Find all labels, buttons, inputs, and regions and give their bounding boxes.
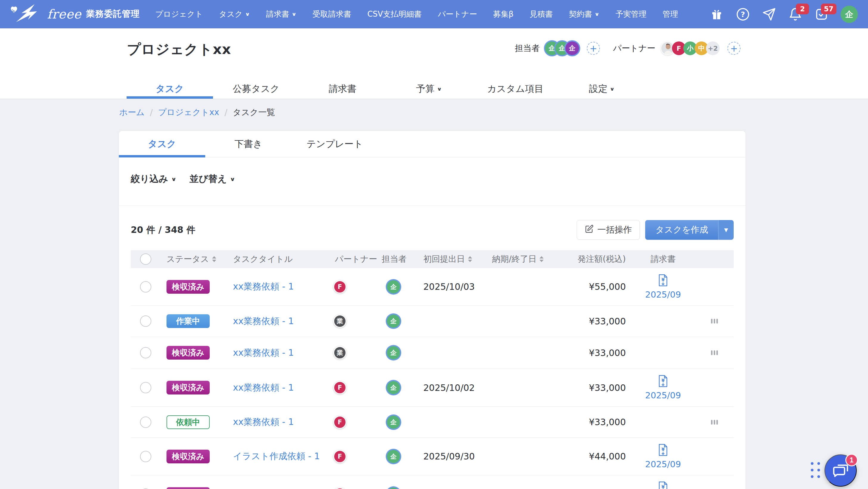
create-task-button[interactable]: タスクを作成 — [645, 220, 718, 240]
chevron-down-icon: ∨ — [594, 11, 599, 17]
drag-handle-dots[interactable] — [811, 462, 820, 478]
bell-notification-badge: 2 — [796, 4, 809, 14]
help-icon[interactable]: ? — [736, 7, 750, 22]
nav-item-contracts[interactable]: 契約書∨ — [569, 9, 599, 19]
page-title: プロジェクトxx — [127, 40, 231, 59]
nav-item-tasks[interactable]: タスク∨ — [219, 9, 250, 19]
breadcrumb-current: タスク一覧 — [232, 107, 275, 118]
breadcrumb-home[interactable]: ホーム — [119, 107, 145, 118]
first-submit-date: 2025/10/03 — [417, 282, 486, 292]
tab-public-tasks[interactable]: 公募タスク — [213, 79, 299, 99]
filter-dropdown[interactable]: 絞り込み∨ — [131, 173, 176, 185]
invoice-yen-icon[interactable]: ¥ — [658, 444, 668, 457]
brand-product: 業務委託管理 — [86, 8, 140, 20]
partner-avatar-stack: F 小 中 +2 — [661, 41, 720, 55]
invoice-yen-icon[interactable]: ¥ — [658, 274, 668, 288]
tab-tasks[interactable]: タスク — [127, 79, 213, 99]
status-badge: 作業中 — [166, 314, 210, 328]
invoice-month-link[interactable]: 2025/09 — [645, 390, 681, 400]
task-title-link[interactable]: xx業務依頼 - 1 — [233, 488, 294, 489]
tab-invoices[interactable]: 請求書 — [299, 79, 386, 99]
header-amount: 発注額(税込) — [566, 254, 632, 265]
assignee-avatar: 企 — [387, 450, 400, 463]
tab-budget[interactable]: 予算∨ — [386, 79, 472, 99]
first-submit-date: 2025/10/02 — [417, 382, 486, 393]
nav-item-quotes[interactable]: 見積書 — [530, 9, 553, 19]
bulk-action-button[interactable]: 一括操作 — [577, 220, 640, 240]
invoice-month-link[interactable]: 2025/09 — [645, 290, 681, 300]
chat-button[interactable]: 1 — [825, 454, 857, 487]
task-title-link[interactable]: xx業務依頼 - 1 — [233, 347, 294, 359]
task-title-link[interactable]: xx業務依頼 - 1 — [233, 416, 294, 428]
add-partner-button[interactable]: + — [727, 42, 741, 55]
table-row: 検収済み xx業務依頼 - 1 F 企 2025/10/03 ¥55,000 ¥… — [131, 268, 734, 306]
table-row: 検収済み xx業務依頼 - 1 F 企 ¥33,000 ¥ 2025/09 — [131, 475, 734, 489]
invoice-yen-icon[interactable]: ¥ — [658, 481, 668, 489]
breadcrumb-project[interactable]: プロジェクトxx — [158, 107, 219, 118]
task-list-card: タスク 下書き テンプレート 絞り込み∨ 並び替え∨ 20 件 / 348 件 … — [119, 131, 746, 489]
nav-item-budget-management[interactable]: 予実管理 — [615, 9, 646, 19]
filter-row: 絞り込み∨ 並び替え∨ — [131, 173, 235, 185]
sort-arrows-icon[interactable] — [539, 256, 544, 262]
gift-icon[interactable] — [710, 7, 724, 22]
more-ellipsis-icon[interactable] — [709, 349, 720, 357]
add-assignee-button[interactable]: + — [587, 42, 600, 55]
header-first-submit[interactable]: 初回提出日 — [417, 254, 486, 265]
assignees-group: 担当者 企 企 企 + — [515, 41, 600, 55]
nav-item-csv-statements[interactable]: CSV支払明細書 — [367, 9, 422, 19]
breadcrumb-separator: / — [150, 108, 153, 117]
brand[interactable]: freee 業務委託管理 — [8, 2, 140, 26]
more-ellipsis-icon[interactable] — [709, 418, 720, 426]
nav-item-partners[interactable]: パートナー — [438, 9, 477, 19]
tasks-check-icon[interactable]: 57 — [814, 7, 829, 22]
row-checkbox[interactable] — [140, 451, 151, 462]
nav-item-received-invoices[interactable]: 受取請求書 — [312, 9, 351, 19]
header-due[interactable]: 納期/終了日 — [486, 254, 566, 265]
tab-drafts[interactable]: 下書き — [205, 131, 291, 157]
user-avatar[interactable]: 企 — [841, 6, 858, 23]
row-checkbox[interactable] — [140, 281, 151, 292]
bell-icon[interactable]: 2 — [788, 7, 803, 22]
select-all-checkbox[interactable] — [140, 254, 151, 265]
tab-custom-fields[interactable]: カスタム項目 — [472, 79, 559, 99]
more-ellipsis-icon[interactable] — [709, 317, 720, 325]
status-badge: 検収済み — [166, 487, 210, 489]
nav-item-projects[interactable]: プロジェクト — [155, 9, 203, 19]
row-checkbox[interactable] — [140, 416, 151, 428]
invoice-yen-icon[interactable]: ¥ — [658, 375, 668, 389]
tab-templates[interactable]: テンプレート — [291, 131, 378, 157]
sort-arrows-icon[interactable] — [468, 256, 472, 262]
row-checkbox[interactable] — [140, 382, 151, 393]
status-badge: 依頼中 — [166, 415, 210, 429]
table-row: 検収済み xx業務依頼 - 1 業 企 ¥33,000 — [131, 337, 734, 369]
create-task-menu-button[interactable]: ▼ — [718, 220, 734, 240]
partner-avatar: F — [333, 381, 346, 394]
sort-arrows-icon[interactable] — [212, 256, 216, 262]
project-tabs: タスク 公募タスク 請求書 予算∨ カスタム項目 設定∨ — [127, 79, 645, 99]
table-row: 検収済み イラスト作成依頼 - 1 F 企 2025/09/30 ¥44,000… — [131, 438, 734, 475]
nav-item-admin[interactable]: 管理 — [662, 9, 678, 19]
divider — [119, 205, 746, 206]
tab-settings[interactable]: 設定∨ — [559, 79, 645, 99]
table-row: 検収済み xx業務依頼 - 1 F 企 2025/10/02 ¥33,000 ¥… — [131, 369, 734, 407]
table-header: ステータス タスクタイトル パートナー 担当者 初回提出日 納期/終了日 発注額… — [131, 250, 734, 268]
row-checkbox[interactable] — [140, 347, 151, 358]
task-title-link[interactable]: xx業務依頼 - 1 — [233, 315, 294, 327]
task-title-link[interactable]: イラスト作成依頼 - 1 — [233, 450, 320, 462]
tasks-notification-badge: 57 — [821, 4, 836, 14]
task-title-link[interactable]: xx業務依頼 - 1 — [233, 382, 294, 394]
task-list-tabs: タスク 下書き テンプレート — [119, 131, 746, 157]
partner-avatar: 業 — [333, 346, 346, 359]
header-status[interactable]: ステータス — [160, 254, 227, 265]
sort-dropdown[interactable]: 並び替え∨ — [189, 173, 235, 185]
avatar: 企 — [565, 41, 579, 55]
nav-item-recruiting[interactable]: 募集β — [493, 9, 514, 19]
avatar-overflow-count[interactable]: +2 — [706, 41, 720, 55]
row-checkbox[interactable] — [140, 315, 151, 327]
nav-item-invoices[interactable]: 請求書∨ — [266, 9, 297, 19]
task-title-link[interactable]: xx業務依頼 - 1 — [233, 281, 294, 293]
send-icon[interactable] — [762, 7, 776, 22]
tab-task-list[interactable]: タスク — [119, 131, 205, 157]
invoice-month-link[interactable]: 2025/09 — [645, 459, 681, 469]
freee-bird-logo-icon — [8, 2, 44, 26]
